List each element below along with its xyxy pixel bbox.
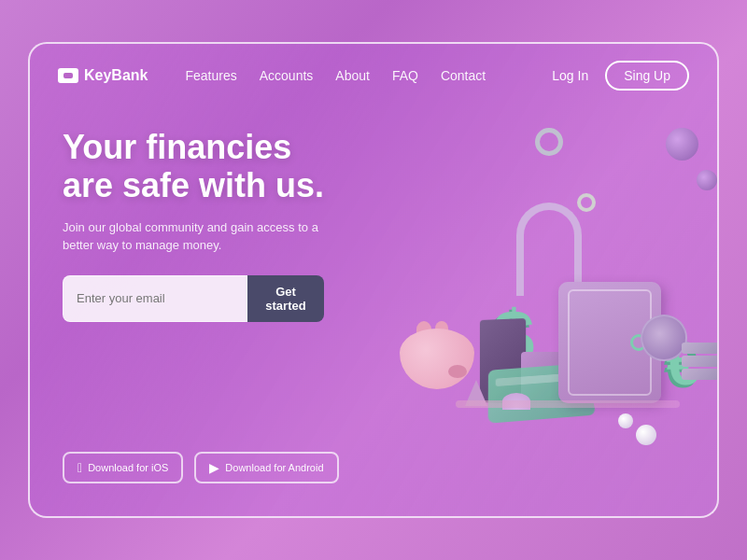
ios-download-button[interactable]:  Download for iOS <box>63 452 183 483</box>
logo-icon <box>58 68 78 83</box>
login-button[interactable]: Log In <box>552 68 588 83</box>
nav-faq[interactable]: FAQ <box>392 68 418 83</box>
nav-contact[interactable]: Contact <box>441 68 486 83</box>
android-icon: ▶ <box>209 460 219 475</box>
nav-actions: Log In Sing Up <box>552 61 689 91</box>
download-buttons:  Download for iOS ▶ Download for Androi… <box>63 452 684 488</box>
nav-about[interactable]: About <box>335 68 370 83</box>
signup-button[interactable]: Sing Up <box>605 61 689 91</box>
hero-section: Your financies are safe with us. Join ou… <box>30 100 717 516</box>
hero-subtitle: Join our global community and gain acces… <box>63 218 324 255</box>
email-input[interactable] <box>63 275 247 322</box>
navbar: KeyBank Features Accounts About FAQ Cont… <box>30 44 717 107</box>
hero-title: Your financies are safe with us. <box>63 128 361 205</box>
hero-card: KeyBank Features Accounts About FAQ Cont… <box>28 42 719 518</box>
brand-name: KeyBank <box>84 67 148 84</box>
android-download-button[interactable]: ▶ Download for Android <box>194 452 338 483</box>
apple-icon:  <box>78 460 82 475</box>
nav-features[interactable]: Features <box>185 68 236 83</box>
nav-accounts[interactable]: Accounts <box>260 68 314 83</box>
brand-logo[interactable]: KeyBank <box>58 67 148 84</box>
get-started-button[interactable]: Get started <box>247 275 324 322</box>
email-form: Get started <box>63 275 324 322</box>
nav-links: Features Accounts About FAQ Contact <box>185 68 543 83</box>
